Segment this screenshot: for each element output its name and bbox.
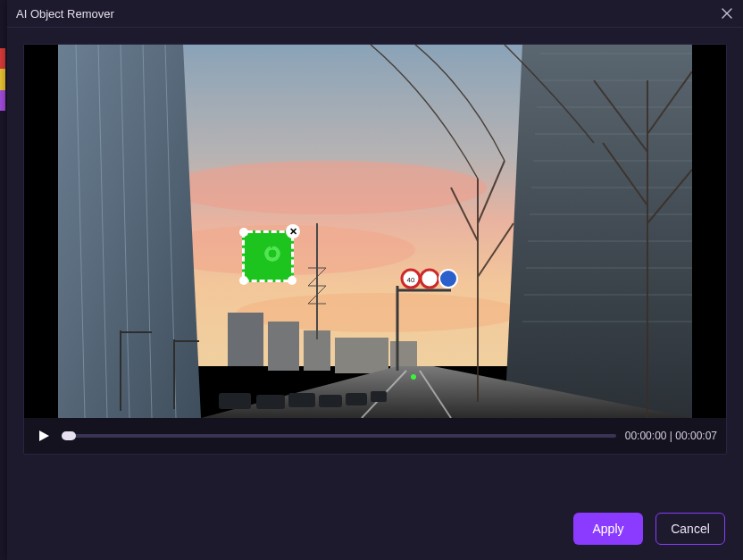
video-frame: 40 (58, 45, 692, 418)
video-area[interactable]: 40 (24, 45, 726, 418)
svg-marker-4 (58, 45, 201, 418)
preview-panel: 40 (23, 44, 727, 455)
accent-strip (0, 48, 5, 111)
play-icon (38, 430, 50, 442)
svg-marker-10 (505, 45, 692, 418)
playhead[interactable] (62, 431, 76, 440)
resize-handle-tl[interactable] (239, 228, 248, 237)
time-separator: | (666, 430, 675, 442)
content: 40 (7, 28, 743, 503)
svg-rect-32 (256, 395, 285, 409)
time-current: 00:00:00 (625, 430, 667, 442)
svg-point-56 (411, 374, 416, 380)
dialog: AI Object Remover (7, 0, 743, 560)
footer: Apply Cancel (7, 503, 743, 560)
svg-text:40: 40 (407, 276, 415, 284)
svg-point-1 (165, 161, 487, 214)
apply-button[interactable]: Apply (573, 513, 643, 545)
resize-handle-br[interactable] (288, 276, 296, 285)
svg-rect-25 (335, 338, 388, 373)
resize-handle-bl[interactable] (239, 276, 248, 285)
transport-bar: 00:00:00 | 00:00:07 (24, 418, 726, 454)
svg-rect-35 (346, 393, 367, 405)
svg-rect-34 (319, 395, 342, 407)
svg-point-41 (421, 270, 438, 288)
titlebar: AI Object Remover (7, 0, 743, 28)
selection-box[interactable]: ✕ (242, 230, 294, 282)
svg-rect-31 (219, 393, 251, 409)
svg-rect-22 (228, 313, 263, 366)
play-button[interactable] (33, 425, 54, 447)
time-total: 00:00:07 (675, 430, 717, 442)
svg-rect-33 (288, 393, 315, 407)
svg-rect-23 (268, 322, 299, 371)
timecode: 00:00:00 | 00:00:07 (625, 430, 717, 442)
remove-selection-icon[interactable]: ✕ (286, 224, 300, 238)
svg-rect-36 (371, 391, 387, 402)
cancel-button[interactable]: Cancel (655, 513, 725, 545)
close-icon[interactable] (720, 6, 734, 21)
svg-marker-57 (39, 430, 49, 441)
svg-point-42 (439, 270, 457, 288)
window-title: AI Object Remover (16, 7, 114, 21)
timeline[interactable] (63, 434, 616, 438)
